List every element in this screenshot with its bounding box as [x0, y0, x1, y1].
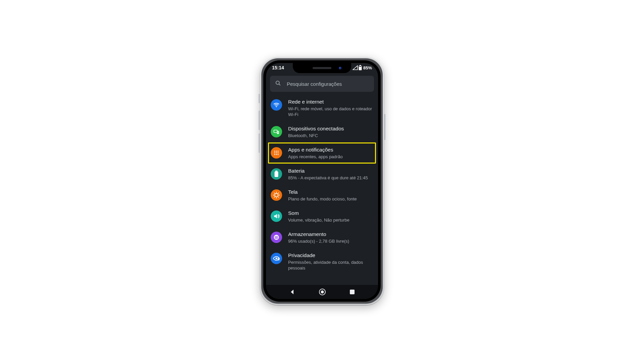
svg-line-28 — [278, 193, 278, 193]
svg-point-36 — [321, 291, 324, 294]
settings-search[interactable]: Pesquisar configurações — [270, 76, 374, 92]
svg-point-3 — [276, 81, 279, 84]
settings-item-title: Privacidade — [288, 252, 373, 259]
settings-item-apps-e-notifica-es[interactable]: Apps e notificaçõesApps recentes, apps p… — [268, 142, 376, 164]
svg-rect-2 — [359, 66, 362, 67]
volume-down-btn[interactable] — [259, 133, 260, 153]
svg-point-9 — [274, 150, 275, 152]
svg-rect-18 — [275, 171, 277, 172]
settings-item-subtitle: Apps recentes, apps padrão — [288, 153, 343, 160]
settings-item-title: Dispositivos conectados — [288, 125, 344, 132]
svg-point-10 — [276, 150, 277, 152]
settings-list: Rede e internetWi-Fi, rede móvel, uso de… — [266, 95, 378, 275]
screen: 15:14 85% — [266, 63, 378, 299]
svg-rect-37 — [350, 290, 355, 294]
svg-point-14 — [277, 152, 278, 153]
svg-rect-34 — [278, 259, 280, 260]
settings-item-bateria[interactable]: Bateria85% - A expectativa é que dure at… — [266, 164, 378, 185]
settings-item-subtitle: 85% - A expectativa é que dure até 21:45 — [288, 174, 368, 181]
settings-item-subtitle: Plano de fundo, modo ocioso, fonte — [288, 195, 357, 202]
sound-icon — [271, 210, 282, 222]
svg-point-11 — [277, 150, 278, 152]
android-nav-bar — [266, 285, 378, 299]
settings-item-privacidade[interactable]: PrivacidadePermissões, atividade da cont… — [266, 248, 378, 275]
search-icon — [275, 80, 281, 88]
svg-line-27 — [274, 197, 274, 197]
settings-item-title: Apps e notificações — [288, 146, 343, 153]
svg-point-33 — [275, 257, 277, 259]
settings-item-title: Bateria — [288, 168, 368, 174]
volume-up-btn[interactable] — [259, 111, 260, 130]
settings-item-title: Rede e internet — [288, 99, 373, 105]
settings-item-dispositivos-conectados[interactable]: Dispositivos conectadosBluetooth, NFC — [266, 121, 378, 142]
phone-frame: 15:14 85% — [260, 57, 384, 305]
settings-item-som[interactable]: SomVolume, vibração, Não perturbe — [266, 206, 378, 227]
svg-point-20 — [275, 193, 278, 197]
settings-item-tela[interactable]: TelaPlano de fundo, modo ocioso, fonte — [266, 185, 378, 206]
notch — [293, 63, 351, 73]
svg-rect-31 — [275, 237, 278, 238]
settings-item-subtitle: Bluetooth, NFC — [288, 132, 344, 138]
front-camera — [339, 67, 342, 70]
svg-rect-8 — [277, 131, 278, 133]
search-placeholder: Pesquisar configurações — [287, 81, 342, 87]
speaker-grill — [313, 67, 331, 69]
settings-item-subtitle: 96% usado(s) - 2,78 GB livre(s) — [288, 238, 349, 244]
power-btn[interactable] — [384, 114, 385, 140]
nav-back-button[interactable] — [289, 289, 296, 295]
svg-rect-0 — [360, 65, 361, 66]
devices-icon — [271, 126, 282, 137]
privacy-icon — [271, 253, 282, 264]
wifi-icon — [271, 99, 282, 111]
settings-item-subtitle: Volume, vibração, Não perturbe — [288, 217, 350, 223]
settings-item-title: Tela — [288, 189, 357, 195]
svg-point-17 — [277, 154, 278, 155]
svg-point-5 — [276, 107, 277, 107]
settings-item-subtitle: Permissões, atividade da conta, dados pe… — [288, 259, 373, 271]
svg-line-4 — [279, 84, 280, 85]
svg-line-26 — [278, 197, 278, 197]
settings-item-title: Som — [288, 210, 350, 217]
mute-switch[interactable] — [259, 94, 260, 103]
nav-home-button[interactable] — [318, 288, 326, 296]
svg-point-13 — [276, 152, 277, 153]
svg-rect-6 — [274, 130, 277, 133]
svg-rect-19 — [275, 172, 278, 177]
nav-recents-button[interactable] — [349, 289, 355, 295]
svg-point-15 — [274, 154, 275, 155]
cellular-signal-icon — [353, 65, 358, 70]
svg-point-16 — [276, 154, 277, 155]
settings-item-armazenamento[interactable]: Armazenamento96% usado(s) - 2,78 GB livr… — [266, 227, 378, 248]
settings-item-rede-e-internet[interactable]: Rede e internetWi-Fi, rede móvel, uso de… — [266, 95, 378, 121]
display-icon — [271, 189, 282, 201]
battery-icon — [271, 168, 282, 180]
svg-rect-32 — [275, 238, 278, 239]
svg-point-12 — [274, 152, 275, 153]
apps-icon — [271, 147, 282, 159]
settings-item-title: Armazenamento — [288, 231, 349, 238]
storage-icon — [271, 232, 282, 243]
battery-icon — [359, 65, 362, 70]
status-battery-text: 85% — [363, 65, 372, 70]
svg-rect-30 — [275, 236, 278, 237]
settings-item-subtitle: Wi-Fi, rede móvel, uso de dados e rotead… — [288, 105, 373, 117]
svg-line-25 — [274, 193, 274, 193]
